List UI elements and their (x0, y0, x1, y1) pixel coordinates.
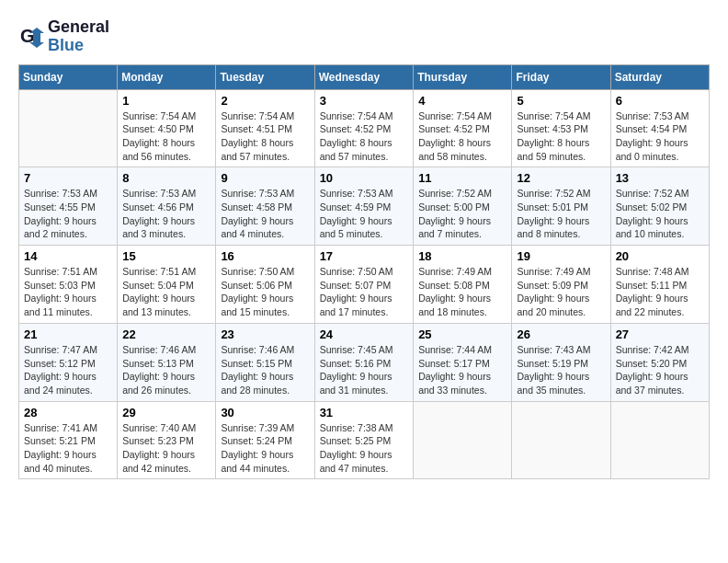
day-info: Sunrise: 7:50 AM Sunset: 5:06 PM Dayligh… (221, 265, 309, 319)
calendar-cell: 26Sunrise: 7:43 AM Sunset: 5:19 PM Dayli… (512, 323, 610, 401)
calendar-cell: 17Sunrise: 7:50 AM Sunset: 5:07 PM Dayli… (314, 246, 414, 324)
calendar-cell: 1Sunrise: 7:54 AM Sunset: 4:50 PM Daylig… (118, 89, 216, 167)
day-number: 22 (122, 327, 210, 341)
weekday-header-wednesday: Wednesday (314, 64, 414, 89)
day-info: Sunrise: 7:54 AM Sunset: 4:51 PM Dayligh… (221, 109, 309, 164)
day-number: 4 (418, 94, 506, 108)
calendar-cell: 20Sunrise: 7:48 AM Sunset: 5:11 PM Dayli… (610, 246, 709, 324)
day-info: Sunrise: 7:52 AM Sunset: 5:00 PM Dayligh… (418, 187, 506, 241)
logo-text-blue: Blue (48, 37, 109, 55)
day-info: Sunrise: 7:48 AM Sunset: 5:11 PM Dayligh… (616, 265, 704, 319)
day-number: 17 (320, 249, 409, 263)
logo: G General Blue (18, 18, 109, 55)
day-info: Sunrise: 7:51 AM Sunset: 5:04 PM Dayligh… (122, 265, 210, 319)
calendar-cell: 6Sunrise: 7:53 AM Sunset: 4:54 PM Daylig… (610, 89, 709, 167)
weekday-header-sunday: Sunday (19, 64, 118, 89)
day-info: Sunrise: 7:54 AM Sunset: 4:52 PM Dayligh… (418, 109, 506, 164)
calendar-cell: 3Sunrise: 7:54 AM Sunset: 4:52 PM Daylig… (314, 89, 414, 167)
calendar-body: 1Sunrise: 7:54 AM Sunset: 4:50 PM Daylig… (19, 89, 710, 479)
calendar-cell: 14Sunrise: 7:51 AM Sunset: 5:03 PM Dayli… (19, 246, 118, 324)
weekday-header-monday: Monday (118, 64, 216, 89)
calendar-cell: 10Sunrise: 7:53 AM Sunset: 4:59 PM Dayli… (314, 167, 414, 246)
calendar-cell: 19Sunrise: 7:49 AM Sunset: 5:09 PM Dayli… (512, 246, 610, 324)
day-info: Sunrise: 7:53 AM Sunset: 4:58 PM Dayligh… (221, 187, 309, 241)
day-info: Sunrise: 7:53 AM Sunset: 4:56 PM Dayligh… (122, 187, 210, 241)
weekday-header-row: SundayMondayTuesdayWednesdayThursdayFrid… (19, 64, 710, 89)
day-info: Sunrise: 7:54 AM Sunset: 4:52 PM Dayligh… (320, 109, 409, 164)
day-info: Sunrise: 7:53 AM Sunset: 4:55 PM Dayligh… (24, 187, 112, 241)
day-info: Sunrise: 7:44 AM Sunset: 5:17 PM Dayligh… (418, 343, 506, 397)
day-number: 12 (517, 171, 605, 185)
day-number: 14 (24, 249, 112, 263)
day-number: 20 (616, 249, 704, 263)
day-info: Sunrise: 7:52 AM Sunset: 5:01 PM Dayligh… (517, 187, 605, 241)
day-number: 25 (418, 327, 506, 341)
calendar-cell: 13Sunrise: 7:52 AM Sunset: 5:02 PM Dayli… (610, 167, 709, 246)
calendar-cell: 5Sunrise: 7:54 AM Sunset: 4:53 PM Daylig… (512, 89, 610, 167)
calendar-cell (610, 401, 709, 479)
calendar-cell: 28Sunrise: 7:41 AM Sunset: 5:21 PM Dayli… (19, 401, 118, 479)
calendar-cell: 15Sunrise: 7:51 AM Sunset: 5:04 PM Dayli… (118, 246, 216, 324)
calendar-cell (19, 89, 118, 167)
day-number: 6 (616, 94, 704, 108)
day-number: 10 (320, 171, 409, 185)
calendar-cell: 25Sunrise: 7:44 AM Sunset: 5:17 PM Dayli… (414, 323, 512, 401)
day-info: Sunrise: 7:40 AM Sunset: 5:23 PM Dayligh… (122, 421, 210, 476)
day-info: Sunrise: 7:46 AM Sunset: 5:13 PM Dayligh… (122, 343, 210, 397)
day-info: Sunrise: 7:41 AM Sunset: 5:21 PM Dayligh… (24, 421, 112, 476)
calendar-cell (512, 401, 610, 479)
calendar-cell: 4Sunrise: 7:54 AM Sunset: 4:52 PM Daylig… (414, 89, 512, 167)
day-number: 18 (418, 249, 506, 263)
day-info: Sunrise: 7:49 AM Sunset: 5:08 PM Dayligh… (418, 265, 506, 319)
day-number: 30 (221, 406, 309, 419)
day-number: 27 (616, 327, 704, 341)
day-number: 1 (122, 94, 210, 108)
calendar-cell: 23Sunrise: 7:46 AM Sunset: 5:15 PM Dayli… (216, 323, 314, 401)
page-header: G General Blue (18, 18, 710, 55)
day-number: 7 (24, 171, 112, 185)
day-info: Sunrise: 7:54 AM Sunset: 4:50 PM Dayligh… (122, 109, 210, 164)
weekday-header-thursday: Thursday (414, 64, 512, 89)
weekday-header-tuesday: Tuesday (216, 64, 314, 89)
calendar-cell: 7Sunrise: 7:53 AM Sunset: 4:55 PM Daylig… (19, 167, 118, 246)
calendar-cell: 2Sunrise: 7:54 AM Sunset: 4:51 PM Daylig… (216, 89, 314, 167)
calendar-cell: 18Sunrise: 7:49 AM Sunset: 5:08 PM Dayli… (414, 246, 512, 324)
day-info: Sunrise: 7:39 AM Sunset: 5:24 PM Dayligh… (221, 421, 309, 476)
day-info: Sunrise: 7:51 AM Sunset: 5:03 PM Dayligh… (24, 265, 112, 319)
day-number: 13 (616, 171, 704, 185)
calendar-cell: 11Sunrise: 7:52 AM Sunset: 5:00 PM Dayli… (414, 167, 512, 246)
day-number: 19 (517, 249, 605, 263)
calendar-week-row: 14Sunrise: 7:51 AM Sunset: 5:03 PM Dayli… (19, 246, 710, 324)
day-number: 5 (517, 94, 605, 108)
calendar-cell: 9Sunrise: 7:53 AM Sunset: 4:58 PM Daylig… (216, 167, 314, 246)
day-info: Sunrise: 7:43 AM Sunset: 5:19 PM Dayligh… (517, 343, 605, 397)
calendar-cell: 30Sunrise: 7:39 AM Sunset: 5:24 PM Dayli… (216, 401, 314, 479)
day-info: Sunrise: 7:47 AM Sunset: 5:12 PM Dayligh… (24, 343, 112, 397)
calendar-cell: 29Sunrise: 7:40 AM Sunset: 5:23 PM Dayli… (118, 401, 216, 479)
day-number: 2 (221, 94, 309, 108)
day-info: Sunrise: 7:54 AM Sunset: 4:53 PM Dayligh… (517, 109, 605, 164)
calendar-week-row: 7Sunrise: 7:53 AM Sunset: 4:55 PM Daylig… (19, 167, 710, 246)
logo-icon: G (18, 24, 44, 50)
calendar-week-row: 28Sunrise: 7:41 AM Sunset: 5:21 PM Dayli… (19, 401, 710, 479)
day-info: Sunrise: 7:52 AM Sunset: 5:02 PM Dayligh… (616, 187, 704, 241)
day-number: 31 (320, 406, 409, 419)
day-info: Sunrise: 7:38 AM Sunset: 5:25 PM Dayligh… (320, 421, 409, 476)
logo-text-general: General (48, 18, 109, 37)
calendar-table: SundayMondayTuesdayWednesdayThursdayFrid… (18, 64, 710, 480)
day-info: Sunrise: 7:53 AM Sunset: 4:54 PM Dayligh… (616, 109, 704, 164)
day-number: 23 (221, 327, 309, 341)
weekday-header-friday: Friday (512, 64, 610, 89)
day-number: 11 (418, 171, 506, 185)
weekday-header-saturday: Saturday (610, 64, 709, 89)
day-info: Sunrise: 7:49 AM Sunset: 5:09 PM Dayligh… (517, 265, 605, 319)
day-number: 9 (221, 171, 309, 185)
day-info: Sunrise: 7:53 AM Sunset: 4:59 PM Dayligh… (320, 187, 409, 241)
day-info: Sunrise: 7:45 AM Sunset: 5:16 PM Dayligh… (320, 343, 409, 397)
day-number: 21 (24, 327, 112, 341)
calendar-cell: 22Sunrise: 7:46 AM Sunset: 5:13 PM Dayli… (118, 323, 216, 401)
day-number: 16 (221, 249, 309, 263)
calendar-week-row: 21Sunrise: 7:47 AM Sunset: 5:12 PM Dayli… (19, 323, 710, 401)
calendar-cell: 27Sunrise: 7:42 AM Sunset: 5:20 PM Dayli… (610, 323, 709, 401)
day-number: 24 (320, 327, 409, 341)
